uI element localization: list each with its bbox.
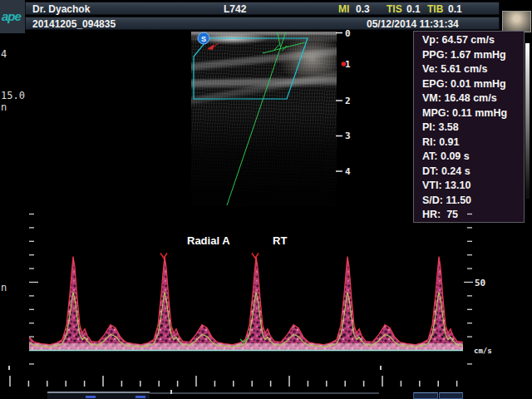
brand-logo: ape xyxy=(0,0,25,33)
exam-id: 20141205_094835 xyxy=(32,18,116,30)
measurement-row: VM: 16.48 cm/s xyxy=(422,91,524,106)
measurement-row: HR: 75 xyxy=(422,208,524,223)
velocity-ticks xyxy=(29,214,473,364)
parameter-label: n xyxy=(1,282,7,293)
physician-name: Dr. Dyachok xyxy=(32,3,90,15)
menu-text-smudge xyxy=(86,396,96,398)
measurement-row: AT: 0.09 s xyxy=(422,150,524,165)
depth-label: 3 xyxy=(345,131,360,141)
bottom-button-2[interactable] xyxy=(439,392,463,399)
depth-label: 4 xyxy=(345,166,360,177)
measurement-row: DT: 0.24 s xyxy=(422,165,524,180)
tis-value: 0.1 xyxy=(406,3,421,15)
measurement-row: EPG: 0.01 mmHg xyxy=(422,77,524,92)
header-bar-primary: Dr. Dyachok L742 MI 0.3 TIS 0.1 TIB 0.1 xyxy=(25,2,500,15)
measurement-row: PI: 3.58 xyxy=(422,121,524,135)
measurement-row: Ve: 5.61 cm/s xyxy=(422,62,524,77)
depth-label: 2 xyxy=(345,96,360,106)
time-ruler-ticks xyxy=(10,376,457,387)
menu-text-smudge xyxy=(135,396,145,398)
parameter-label: 4 xyxy=(1,48,7,60)
ultrasound-screen: ape Dr. Dyachok L742 MI 0.3 TIS 0.1 TIB … xyxy=(0,0,532,399)
bmode-depth-fade xyxy=(191,32,337,206)
grayscale-reference-bar xyxy=(525,43,530,199)
bottom-menu-divider xyxy=(150,392,379,394)
parameter-label: 15.0 xyxy=(1,90,25,101)
clipboard-thumbnail-icon[interactable] xyxy=(502,11,531,32)
header-bar-secondary: 20141205_094835 05/12/2014 11:31:34 xyxy=(25,17,500,30)
velocity-unit-label: cm/s xyxy=(474,347,492,355)
parameter-label: n xyxy=(1,101,7,113)
bottom-button-1[interactable] xyxy=(413,392,438,399)
laterality-label: RT xyxy=(273,234,287,247)
measurement-row: Vp: 64.57 cm/s xyxy=(422,33,524,48)
measurement-panel: Vp: 64.57 cm/sPPG: 1.67 mmHgVe: 5.61 cm/… xyxy=(413,31,525,223)
bottom-menu-separator xyxy=(170,390,172,394)
baseline-marker xyxy=(240,337,249,342)
measurement-row: MPG: 0.11 mmHg xyxy=(422,106,524,121)
depth-label: 0 xyxy=(345,28,360,39)
bmode-image[interactable] xyxy=(191,32,337,206)
tib-value: 0.1 xyxy=(448,3,462,15)
velocity-scale-value: 50 xyxy=(475,278,485,288)
tis-label: TIS xyxy=(387,3,402,15)
mi-label: MI xyxy=(338,3,349,15)
measurement-row: S/D: 11.50 xyxy=(422,194,524,209)
measurement-row: RI: 0.91 xyxy=(422,135,524,150)
caliper-markers xyxy=(160,254,259,259)
bottom-menu-left[interactable] xyxy=(47,392,150,399)
probe-model: L742 xyxy=(224,3,246,15)
measurement-row: PPG: 1.67 mmHg xyxy=(422,48,524,63)
exam-datetime: 05/12/2014 11:31:34 xyxy=(367,18,459,30)
measurement-row: VTI: 13.10 xyxy=(422,179,524,194)
spectral-waveform xyxy=(29,257,463,351)
vessel-label: Radial A xyxy=(187,234,230,247)
mi-value: 0.3 xyxy=(356,3,370,15)
tib-label: TIB xyxy=(427,3,443,15)
depth-label: 1 xyxy=(345,59,360,70)
